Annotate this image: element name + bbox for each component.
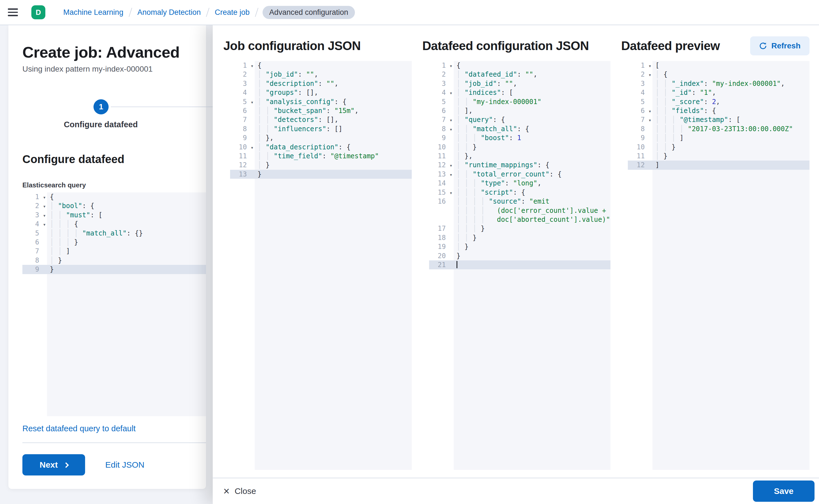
divider: [22, 442, 206, 443]
code-line[interactable]: 9│ │ │ "boost": 1: [429, 133, 611, 142]
code-line[interactable]: │ │ │ │ doc['aborted_count'].value)": [429, 215, 611, 224]
code-line[interactable]: 3│ "description": "",: [230, 79, 412, 88]
code-line[interactable]: 5▾│ "analysis_config": {: [230, 97, 412, 106]
code-line[interactable]: 8▾│ │ "match_all": {: [429, 124, 611, 133]
code-line[interactable]: 16│ │ │ │ "source": "emit: [429, 197, 611, 206]
wizard-panel: Create job: Advanced Using index pattern…: [8, 25, 206, 489]
code-line[interactable]: 11│ },: [429, 152, 611, 161]
json-columns: Job configuration JSON 1▾{2│ "job_id": "…: [213, 25, 819, 478]
configure-datafeed-heading: Configure datafeed: [22, 153, 206, 166]
code-line[interactable]: 4│ "groups": [],: [230, 88, 412, 97]
code-line[interactable]: 12]: [628, 161, 809, 169]
datafeed-preview-title: Datafeed preview: [621, 39, 720, 53]
code-line[interactable]: 4▾│ │ │ {: [22, 220, 206, 229]
code-line[interactable]: 1▾{: [429, 61, 611, 70]
code-line[interactable]: 6▾│ │ "fields": {: [628, 106, 809, 115]
app: D Machine Learning Anomaly Detection Cre…: [0, 0, 819, 504]
code-line[interactable]: 1▾[: [628, 61, 809, 70]
datafeed-preview-column: Datafeed preview Refresh 1▾[2▾│ {3│ │ "_…: [621, 36, 809, 478]
datafeed-preview-editor[interactable]: 1▾[2▾│ {3│ │ "_index": "my-index-000001"…: [628, 61, 809, 470]
text-cursor: [456, 261, 457, 268]
code-line[interactable]: 7│ │ "detectors": [],: [230, 115, 412, 124]
es-query-editor[interactable]: 1▾{2▾│ "bool": {3▾│ │ "must": [4▾│ │ │ {…: [22, 192, 206, 416]
code-line[interactable]: 12▾│ "runtime_mappings": {: [429, 161, 611, 169]
job-configuration-title: Job configuration JSON: [224, 39, 361, 53]
code-line[interactable]: 9│ },: [230, 133, 412, 142]
top-header: D Machine Learning Anomaly Detection Cre…: [0, 0, 819, 25]
code-line[interactable]: 12│ }: [230, 161, 412, 169]
page-background: Create job: Advanced Using index pattern…: [0, 25, 819, 504]
code-line[interactable]: 19│ }: [429, 242, 611, 251]
hamburger-menu-icon[interactable]: [8, 4, 23, 20]
code-line[interactable]: 10▾│ "data_description": {: [230, 143, 412, 152]
code-line[interactable]: 9}: [22, 265, 206, 274]
code-line[interactable]: 6│ ],: [429, 106, 611, 115]
advanced-configuration-flyout: Job configuration JSON 1▾{2│ "job_id": "…: [213, 25, 819, 504]
elasticsearch-query-label: Elasticsearch query: [22, 181, 206, 189]
code-line[interactable]: 5│ │ "my-index-000001": [429, 97, 611, 106]
code-line[interactable]: 13▾│ │ "total_error_count": {: [429, 170, 611, 179]
breadcrumb-current-page: Advanced configuration: [263, 6, 355, 19]
code-line[interactable]: 8│ │ "influencers": []: [230, 124, 412, 133]
page-title: Create job: Advanced: [22, 43, 206, 61]
breadcrumb: Machine Learning Anomaly Detection Creat…: [56, 6, 355, 19]
code-line[interactable]: 1▾{: [22, 192, 206, 201]
save-button[interactable]: Save: [753, 481, 815, 502]
datafeed-configuration-title: Datafeed configuration JSON: [422, 39, 589, 53]
code-line[interactable]: 9│ │ │ ]: [628, 133, 809, 142]
code-line[interactable]: 7│ │ ]: [22, 247, 206, 256]
next-button[interactable]: Next: [22, 454, 85, 475]
arrow-right-icon: [63, 462, 69, 468]
step-progress-line: [111, 107, 214, 107]
code-line[interactable]: 6│ │ │ }: [22, 238, 206, 247]
code-line[interactable]: 5│ │ "_score": 2,: [628, 97, 809, 106]
flyout-footer: × Close Save: [213, 478, 819, 504]
code-line[interactable]: 2│ "job_id": "",: [230, 70, 412, 79]
breadcrumb-create-job[interactable]: Create job: [208, 8, 257, 17]
code-line[interactable]: 17│ │ │ }: [429, 224, 611, 233]
datafeed-configuration-column: Datafeed configuration JSON 1▾{2│ "dataf…: [422, 36, 611, 478]
code-line[interactable]: 20}: [429, 251, 611, 260]
code-line[interactable]: 11│ │ "time_field": "@timestamp": [230, 152, 412, 161]
code-line[interactable]: 18│ │ }: [429, 233, 611, 242]
step-indicator: 1 Configure datafeed: [22, 99, 206, 132]
code-line[interactable]: 3│ "job_id": "",: [429, 79, 611, 88]
reset-datafeed-query-link[interactable]: Reset datafeed query to default: [22, 424, 136, 433]
job-configuration-column: Job configuration JSON 1▾{2│ "job_id": "…: [224, 36, 412, 478]
wizard-actions: Next Edit JSON: [22, 454, 206, 475]
breadcrumb-anomaly-detection[interactable]: Anomaly Detection: [131, 8, 208, 17]
refresh-icon: [759, 42, 767, 50]
code-line[interactable]: 1▾{: [230, 61, 412, 70]
code-line[interactable]: 2▾│ {: [628, 70, 809, 79]
code-line[interactable]: 4▾│ "indices": [: [429, 88, 611, 97]
code-line[interactable]: 5│ │ │ │ "match_all": {}: [22, 229, 206, 238]
index-pattern-subtitle: Using index pattern my-index-000001: [22, 65, 206, 74]
code-line[interactable]: 14│ │ │ "type": "long",: [429, 179, 611, 188]
code-line[interactable]: 13}: [230, 170, 412, 179]
code-line[interactable]: 11│ }: [628, 152, 809, 161]
refresh-button[interactable]: Refresh: [750, 36, 809, 55]
breadcrumb-machine-learning[interactable]: Machine Learning: [56, 8, 130, 17]
job-config-json-editor[interactable]: 1▾{2│ "job_id": "",3│ "description": "",…: [230, 61, 412, 470]
code-line[interactable]: 8│ }: [22, 256, 206, 265]
step-1-circle[interactable]: 1: [93, 99, 109, 114]
code-line[interactable]: 6│ │ "bucket_span": "15m",: [230, 106, 412, 115]
code-line[interactable]: 21: [429, 260, 611, 269]
user-avatar[interactable]: D: [31, 5, 45, 19]
edit-json-link[interactable]: Edit JSON: [105, 460, 144, 470]
code-line[interactable]: 15▾│ │ │ "script": {: [429, 188, 611, 197]
code-line[interactable]: 3│ │ "_index": "my-index-000001",: [628, 79, 809, 88]
close-icon: ×: [224, 486, 230, 496]
code-line[interactable]: 2▾│ "bool": {: [22, 201, 206, 210]
code-line[interactable]: 10│ │ }: [628, 143, 809, 152]
code-line[interactable]: 2│ "datafeed_id": "",: [429, 70, 611, 79]
code-line[interactable]: 3▾│ │ "must": [: [22, 211, 206, 220]
code-line[interactable]: 8│ │ │ │ "2017-03-23T13:00:00.000Z": [628, 124, 809, 133]
code-line[interactable]: 7▾│ │ │ "@timestamp": [: [628, 115, 809, 124]
code-line[interactable]: 7▾│ "query": {: [429, 115, 611, 124]
code-line[interactable]: │ │ │ │ (doc['error_count'].value +: [429, 206, 611, 215]
code-line[interactable]: 10│ │ }: [429, 143, 611, 152]
code-line[interactable]: 4│ │ "_id": "1",: [628, 88, 809, 97]
datafeed-config-json-editor[interactable]: 1▾{2│ "datafeed_id": "",3│ "job_id": "",…: [429, 61, 611, 470]
close-button[interactable]: × Close: [224, 486, 256, 496]
